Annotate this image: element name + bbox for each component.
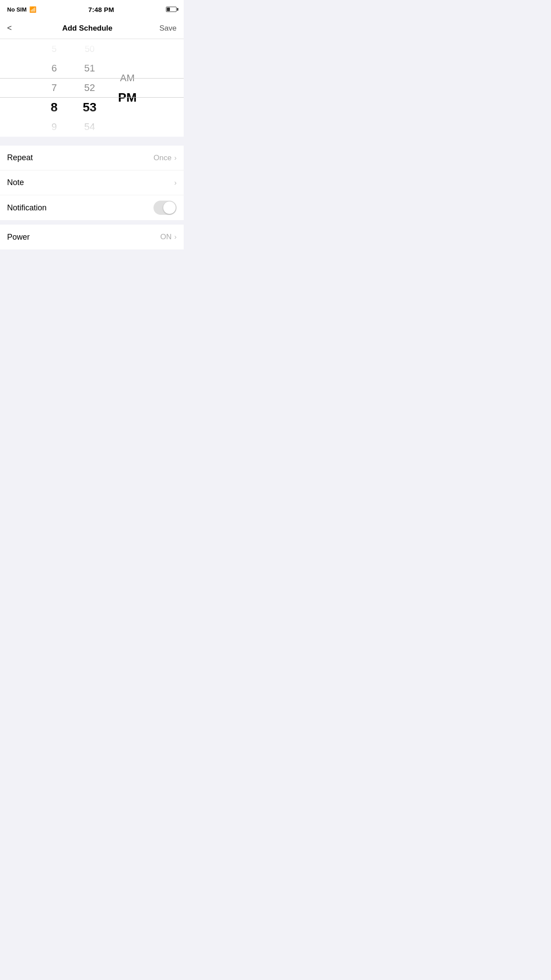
picker-columns: 5 6 7 8 9 10 11 50 51 52 53 54 55 56 AM … <box>0 39 184 137</box>
toggle-knob <box>163 202 176 214</box>
note-chevron-icon: › <box>174 179 177 187</box>
repeat-value-container: Once › <box>153 154 177 162</box>
back-icon: < <box>7 24 12 33</box>
repeat-label: Repeat <box>7 153 33 162</box>
settings-section-main: Repeat Once › Note › Notification <box>0 146 184 220</box>
hour-item: 7 <box>36 78 72 98</box>
status-carrier: No SIM 📶 <box>7 6 36 13</box>
carrier-text: No SIM <box>7 6 27 13</box>
bottom-area <box>0 249 184 383</box>
hour-item: 6 <box>36 59 72 78</box>
ampm-column[interactable]: AM PM <box>107 39 147 137</box>
repeat-chevron-icon: › <box>174 154 177 162</box>
note-label: Note <box>7 178 24 187</box>
settings-section-power: Power ON › <box>0 225 184 249</box>
minute-item: 51 <box>72 59 107 78</box>
battery-fill <box>167 8 170 11</box>
power-chevron-icon: › <box>174 233 177 241</box>
hours-column[interactable]: 5 6 7 8 9 10 11 <box>36 39 72 137</box>
page-title: Add Schedule <box>62 24 112 33</box>
wifi-icon: 📶 <box>29 6 36 13</box>
ampm-item-am: AM <box>107 68 147 88</box>
hour-item: 5 <box>36 39 72 59</box>
power-row[interactable]: Power ON › <box>0 225 184 249</box>
hour-selected: 8 <box>36 98 72 117</box>
power-label: Power <box>7 233 30 242</box>
minute-item: 54 <box>72 117 107 137</box>
note-value-container: › <box>174 179 177 187</box>
notification-label: Notification <box>7 203 47 213</box>
power-value: ON <box>160 233 172 241</box>
note-row[interactable]: Note › <box>0 170 184 195</box>
hour-item: 9 <box>36 117 72 137</box>
section-divider <box>0 137 184 141</box>
status-right <box>166 7 177 12</box>
notification-row[interactable]: Notification <box>0 195 184 220</box>
power-value-container: ON › <box>160 233 177 241</box>
ampm-item-pm: PM <box>107 88 147 107</box>
status-time: 7:48 PM <box>88 6 114 13</box>
minute-selected: 53 <box>72 98 107 117</box>
time-picker[interactable]: 5 6 7 8 9 10 11 50 51 52 53 54 55 56 AM … <box>0 39 184 137</box>
nav-bar: < Add Schedule Save <box>0 18 184 39</box>
minute-item: 50 <box>72 39 107 59</box>
minutes-column[interactable]: 50 51 52 53 54 55 56 <box>72 39 107 137</box>
notification-toggle[interactable] <box>153 201 177 215</box>
status-bar: No SIM 📶 7:48 PM <box>0 0 184 18</box>
battery-icon <box>166 7 177 12</box>
repeat-row[interactable]: Repeat Once › <box>0 146 184 170</box>
repeat-value: Once <box>153 154 172 162</box>
back-button[interactable]: < <box>7 22 16 35</box>
minute-item: 52 <box>72 78 107 98</box>
save-button[interactable]: Save <box>159 24 177 33</box>
